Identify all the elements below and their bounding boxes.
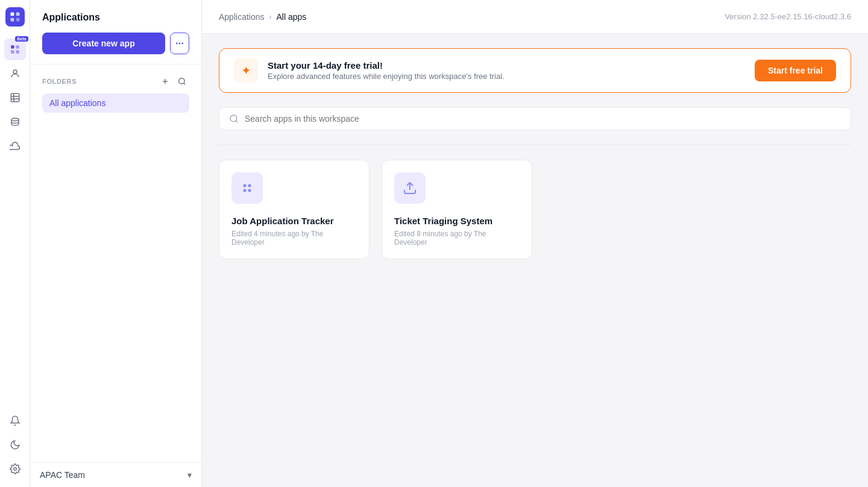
svg-rect-1 [16, 13, 19, 16]
theme-nav-icon[interactable] [4, 434, 26, 456]
svg-rect-5 [16, 45, 19, 48]
icon-sidebar-bottom [4, 410, 26, 480]
top-bar: Applications › All apps Version 2.32.5-e… [202, 0, 868, 34]
svg-point-24 [244, 189, 247, 192]
start-free-trial-button[interactable]: Start free trial [755, 60, 836, 81]
svg-rect-2 [10, 18, 14, 22]
folders-section: FOLDERS All applications [30, 64, 201, 118]
svg-point-8 [13, 70, 17, 74]
svg-point-15 [176, 43, 178, 45]
svg-rect-3 [16, 18, 19, 22]
svg-point-20 [179, 78, 184, 84]
create-btn-row: Create new app [42, 33, 189, 54]
settings-nav-icon[interactable] [4, 458, 26, 480]
app-name-job-tracker: Job Application Tracker [231, 216, 357, 226]
trial-title: Start your 14-day free trial! [268, 60, 505, 71]
notifications-nav-icon[interactable] [4, 410, 26, 432]
breadcrumb-current: All apps [277, 12, 307, 22]
apps-nav-icon[interactable]: Beta [4, 39, 26, 60]
trial-subtitle: Explore advanced features while enjoying… [268, 72, 505, 81]
svg-point-21 [230, 115, 237, 122]
svg-point-17 [181, 43, 183, 45]
trial-sparkle-icon: ✦ [241, 63, 251, 78]
folders-label: FOLDERS [42, 78, 77, 85]
main-content: Applications › All apps Version 2.32.5-e… [202, 0, 868, 487]
app-meta-ticket-system: Edited 8 minutes ago by The Developer [394, 230, 520, 247]
svg-rect-9 [11, 93, 19, 102]
search-bar [219, 107, 851, 130]
create-new-app-button[interactable]: Create new app [42, 33, 165, 54]
workspace-chevron-icon[interactable]: ▾ [187, 470, 192, 480]
left-panel: Applications Create new app FOLDERS [30, 0, 202, 487]
svg-rect-4 [11, 45, 14, 48]
svg-point-25 [248, 189, 251, 192]
folders-label-row: FOLDERS [42, 74, 189, 89]
app-card-job-tracker[interactable]: Job Application Tracker Edited 4 minutes… [219, 160, 370, 259]
users-nav-icon[interactable] [4, 63, 26, 84]
app-icon-job-tracker [231, 172, 263, 204]
job-tracker-icon [240, 181, 254, 195]
breadcrumb-separator: › [269, 13, 272, 21]
trial-icon: ✦ [234, 58, 258, 83]
left-panel-title: Applications [42, 12, 189, 23]
svg-rect-6 [11, 51, 14, 54]
left-panel-bottom: APAC Team ▾ [30, 462, 201, 487]
add-folder-button[interactable] [158, 74, 172, 89]
ticket-system-icon [403, 181, 417, 195]
svg-point-23 [248, 184, 251, 187]
svg-point-22 [244, 184, 247, 187]
breadcrumb: Applications › All apps [219, 12, 306, 22]
search-divider [219, 145, 851, 145]
folder-all-applications[interactable]: All applications [42, 93, 189, 113]
beta-badge: Beta [15, 36, 28, 42]
left-panel-header: Applications Create new app [30, 0, 201, 64]
svg-rect-0 [10, 13, 14, 16]
trial-text: Start your 14-day free trial! Explore ad… [268, 60, 505, 81]
svg-point-13 [11, 118, 19, 121]
breadcrumb-parent[interactable]: Applications [219, 12, 265, 22]
version-text: Version 2.32.5-ee2.15.16-cloud2.3.6 [725, 12, 851, 21]
search-icon [229, 114, 239, 124]
trial-banner-left: ✦ Start your 14-day free trial! Explore … [234, 58, 505, 83]
tables-nav-icon[interactable] [4, 87, 26, 108]
icon-sidebar: Beta [0, 0, 30, 487]
apps-grid: Job Application Tracker Edited 4 minutes… [219, 160, 851, 259]
more-options-button[interactable] [170, 33, 189, 54]
trial-banner: ✦ Start your 14-day free trial! Explore … [219, 48, 851, 93]
app-name-ticket-system: Ticket Triaging System [394, 216, 520, 226]
workspace-name: APAC Team [40, 470, 85, 480]
search-input[interactable] [245, 114, 841, 124]
integrations-nav-icon[interactable] [4, 135, 26, 157]
database-nav-icon[interactable] [4, 111, 26, 133]
content-area: ✦ Start your 14-day free trial! Explore … [202, 34, 868, 487]
app-icon-ticket-system [394, 172, 426, 204]
folders-actions [158, 74, 189, 89]
search-folder-button[interactable] [175, 74, 189, 89]
app-card-ticket-system[interactable]: Ticket Triaging System Edited 8 minutes … [382, 160, 532, 259]
app-logo[interactable] [5, 7, 25, 27]
app-meta-job-tracker: Edited 4 minutes ago by The Developer [231, 230, 357, 247]
svg-point-16 [179, 43, 181, 45]
svg-rect-7 [16, 51, 19, 54]
svg-point-14 [13, 468, 16, 471]
